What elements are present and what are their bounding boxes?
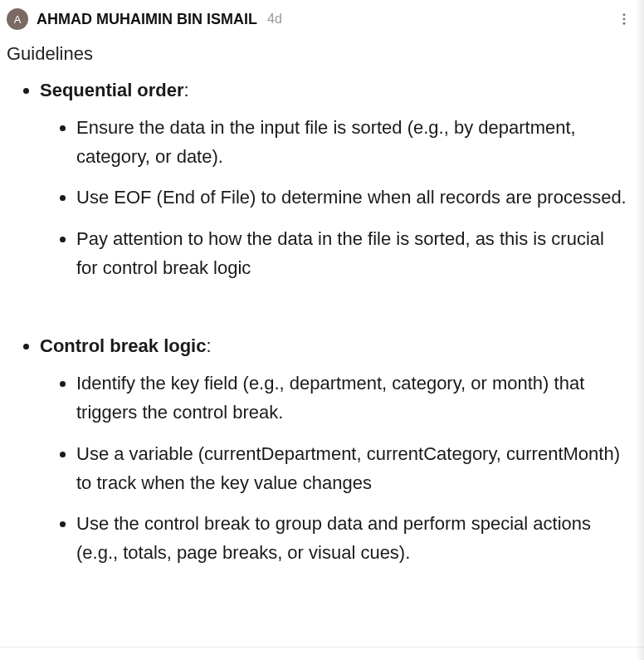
content-divider <box>0 647 644 648</box>
section-label: Control break logic <box>40 335 206 356</box>
post-timestamp: 4d <box>267 12 282 27</box>
section-items: Identify the key field (e.g., department… <box>40 369 627 567</box>
post-content: Guidelines Sequential order: Ensure the … <box>0 35 644 599</box>
list-item: Pay attention to how the data in the fil… <box>76 224 627 282</box>
section-colon: : <box>184 80 189 100</box>
list-item: Use a variable (currentDepartment, curre… <box>76 439 627 497</box>
list-item: Ensure the data in the input file is sor… <box>76 113 627 171</box>
content-title: Guidelines <box>7 43 627 65</box>
more-options-button[interactable] <box>614 9 634 29</box>
list-item: Use EOF (End of File) to determine when … <box>76 183 627 212</box>
post-header: A AHMAD MUHAIMIN BIN ISMAIL 4d <box>0 0 644 35</box>
svg-point-0 <box>623 13 626 16</box>
list-item: Identify the key field (e.g., department… <box>76 369 627 427</box>
svg-point-1 <box>623 18 626 21</box>
section-colon: : <box>206 335 211 356</box>
section-control-break-logic: Control break logic: Identify the key fi… <box>40 332 627 567</box>
section-items: Ensure the data in the input file is sor… <box>40 113 627 282</box>
avatar[interactable]: A <box>7 8 28 30</box>
more-vertical-icon <box>617 12 632 27</box>
guidelines-list: Sequential order: Ensure the data in the… <box>7 76 627 567</box>
svg-point-2 <box>623 22 626 25</box>
list-item: Use the control break to group data and … <box>76 509 627 567</box>
author-name[interactable]: AHMAD MUHAIMIN BIN ISMAIL <box>37 11 257 28</box>
section-sequential-order: Sequential order: Ensure the data in the… <box>40 76 627 317</box>
section-label: Sequential order <box>40 80 184 100</box>
